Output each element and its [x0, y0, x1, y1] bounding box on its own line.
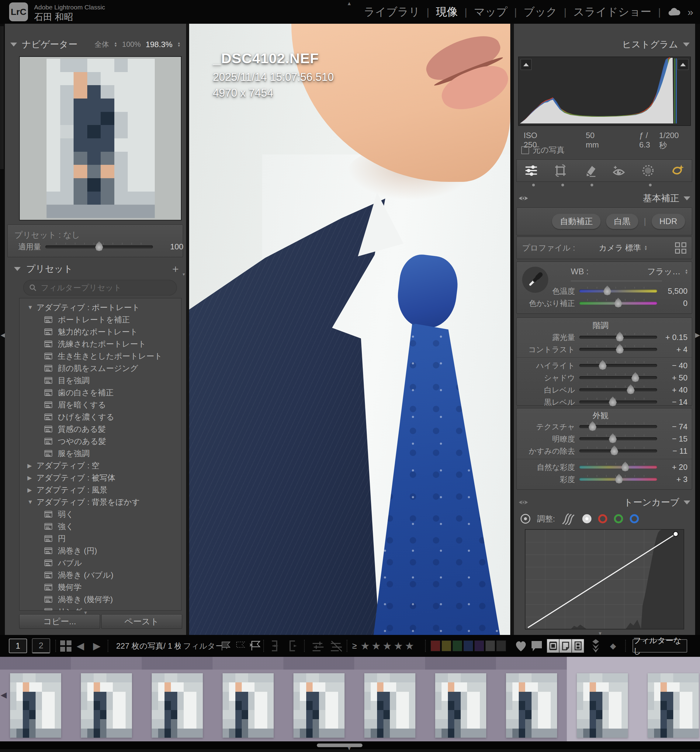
second-window-button[interactable]: 2	[32, 635, 50, 657]
slider-knob[interactable]	[589, 421, 597, 431]
highlights-slider[interactable]	[579, 364, 657, 367]
preset-item-8[interactable]: 眉を暗くする	[19, 399, 181, 411]
filmstrip-thumbnail[interactable]	[435, 673, 486, 738]
red-eye-tool-icon[interactable]	[612, 163, 626, 177]
panel-eye-icon[interactable]	[518, 194, 528, 202]
basic-panel-header[interactable]: 基本補正	[518, 190, 690, 206]
preset-group-13[interactable]: ▶アダプティブ : 空	[19, 460, 181, 472]
star-icon[interactable]: ★	[383, 640, 392, 652]
filmstrip-scroll-left-arrow[interactable]: ◀	[1, 690, 7, 700]
preset-search-input[interactable]	[40, 283, 171, 293]
module-tab-2[interactable]: マップ	[474, 5, 508, 19]
star-icon[interactable]: ★	[372, 640, 381, 652]
color-swatch-2[interactable]	[452, 640, 462, 651]
green-channel-icon[interactable]	[614, 514, 623, 523]
preset-item-23[interactable]: 幾何学	[19, 581, 181, 593]
flag-rejected-icon[interactable]	[249, 640, 261, 652]
texture-slider[interactable]	[579, 425, 657, 428]
tone-curve-header[interactable]: トーンカーブ	[518, 494, 690, 510]
contrast-slider[interactable]	[579, 348, 657, 351]
edit-sliders-tool-icon[interactable]	[524, 163, 538, 177]
red-channel-icon[interactable]	[598, 514, 607, 523]
color-swatch-0[interactable]	[431, 640, 440, 651]
slider-knob[interactable]	[609, 433, 617, 443]
preset-item-11[interactable]: つやのある髪	[19, 435, 181, 447]
parametric-curve-icon[interactable]	[562, 513, 576, 525]
group-triangle-icon[interactable]: ▶	[27, 486, 36, 494]
slider-knob[interactable]	[603, 286, 611, 295]
profile-stepper-icon[interactable]	[644, 245, 647, 250]
preset-group-14[interactable]: ▶アダプティブ : 被写体	[19, 472, 181, 484]
group-triangle-icon[interactable]: ▶	[27, 474, 36, 482]
copy-button[interactable]: コピー...	[19, 614, 100, 629]
cloud-sync-status[interactable]	[667, 7, 681, 17]
saturation-slider[interactable]	[579, 478, 657, 481]
color-swatch-3[interactable]	[463, 640, 473, 651]
filmstrip-thumbnail[interactable]	[152, 673, 203, 738]
preset-group-0[interactable]: ▼アダプティブ : ポートレート	[19, 301, 181, 314]
filmstrip-thumbnail[interactable]	[223, 673, 274, 738]
flag-unflagged-icon[interactable]	[235, 640, 246, 652]
preset-item-12[interactable]: 服を強調	[19, 447, 181, 460]
previous-photo-button[interactable]: ◀	[77, 635, 84, 657]
fit-stepper-icon[interactable]	[114, 42, 117, 47]
zoom-100-option[interactable]: 100%	[122, 40, 141, 49]
preset-item-1[interactable]: ポートレートを補正	[19, 314, 181, 326]
histogram-header[interactable]: ヒストグラム	[519, 36, 690, 53]
preset-item-4[interactable]: 生き生きとしたポートレート	[19, 350, 181, 362]
slider-knob[interactable]	[616, 332, 624, 342]
grid-view-button[interactable]	[60, 635, 71, 657]
amount-slider-knob[interactable]	[95, 241, 103, 251]
whites-slider[interactable]	[579, 388, 657, 392]
chevron-more-icon[interactable]: »	[688, 6, 693, 18]
shadows-slider[interactable]	[579, 376, 657, 379]
filmstrip-thumbnail[interactable]	[506, 673, 557, 738]
blue-channel-icon[interactable]	[630, 514, 639, 523]
amount-slider[interactable]	[45, 245, 153, 249]
preset-item-24[interactable]: 渦巻き (幾何学)	[19, 593, 181, 606]
preset-item-19[interactable]: 円	[19, 533, 181, 545]
clarity-slider[interactable]	[579, 437, 657, 440]
filmstrip-scrollbar-handle[interactable]	[317, 743, 362, 747]
module-tab-0[interactable]: ライブラリ	[364, 5, 420, 19]
hdr-button[interactable]: HDR	[652, 214, 685, 229]
slider-knob[interactable]	[614, 298, 622, 308]
filmstrip-cell-9[interactable]	[638, 657, 700, 741]
next-photo-button[interactable]: ▶	[93, 635, 101, 657]
zoom-fit-option[interactable]: 全体	[95, 40, 109, 49]
preset-item-21[interactable]: バブル	[19, 557, 181, 569]
filmstrip-view-button[interactable]	[547, 639, 559, 653]
slider-knob[interactable]	[615, 474, 623, 483]
slider-knob[interactable]	[616, 344, 624, 354]
preset-list[interactable]: ▼アダプティブ : ポートレートポートレートを補正魅力的なポートレート洗練された…	[19, 298, 182, 611]
filmstrip-cell-4[interactable]	[283, 657, 354, 741]
black-white-button[interactable]: 白黒	[606, 214, 638, 229]
strip-view-button[interactable]	[572, 639, 584, 653]
auto-correct-button[interactable]: 自動補正	[552, 214, 601, 229]
navigator-header[interactable]: ナビゲーター 全体 100% 198.3%	[10, 36, 181, 53]
profile-value[interactable]: カメラ 標準	[599, 242, 641, 253]
preset-item-17[interactable]: 弱く	[19, 508, 181, 520]
sort-diamond-icon[interactable]: ◆	[610, 635, 616, 657]
preset-item-5[interactable]: 顔の肌をスムージング	[19, 362, 181, 374]
filmstrip-cell-2[interactable]	[142, 657, 213, 741]
tint-slider[interactable]	[579, 301, 657, 305]
vibrance-slider[interactable]	[579, 466, 657, 469]
wb-stepper-icon[interactable]	[685, 269, 688, 274]
slider-knob[interactable]	[609, 396, 617, 406]
masking-tool-icon[interactable]	[641, 163, 655, 177]
edited-filter-icon[interactable]	[269, 639, 282, 653]
targeted-adjustment-icon[interactable]	[521, 514, 530, 524]
main-window-button[interactable]: 1	[9, 635, 27, 657]
photo-count-text[interactable]: 227 枚の写真/ 1 枚選択	[116, 635, 181, 657]
preset-item-18[interactable]: 強く	[19, 520, 181, 533]
comment-bubble-icon[interactable]	[530, 635, 543, 657]
star-icon[interactable]: ★	[394, 640, 403, 652]
crop-tool-icon[interactable]	[553, 163, 567, 177]
color-swatch-1[interactable]	[442, 640, 451, 651]
preset-item-20[interactable]: 渦巻き (円)	[19, 545, 181, 557]
zoom-current-value[interactable]: 198.3%	[146, 40, 172, 49]
original-photo-checkbox[interactable]	[521, 146, 529, 154]
tone-curve-graph[interactable]	[525, 529, 684, 629]
photo-canvas[interactable]: _DSC4102.NEF 2025/11/14 15:07:56.510 497…	[189, 24, 510, 635]
